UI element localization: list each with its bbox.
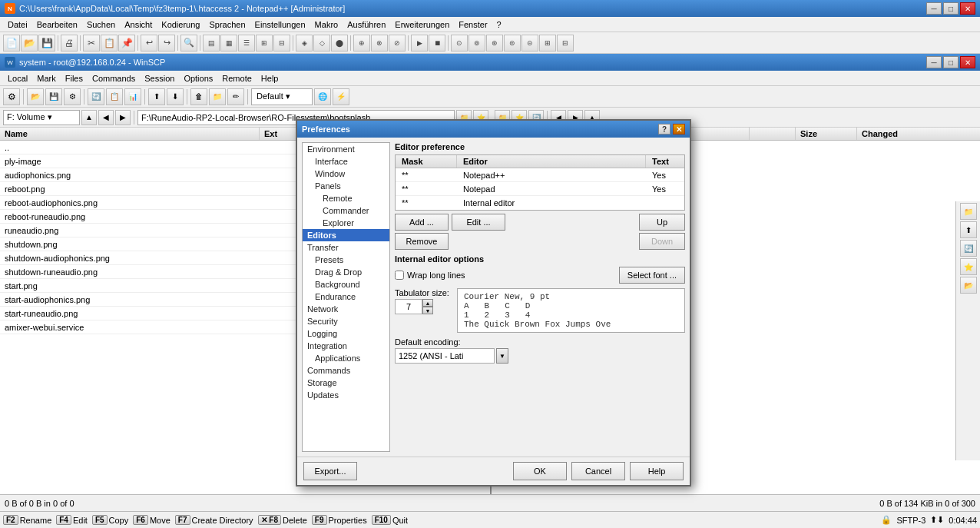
winscp-toolbar-btn5[interactable]: 📋	[106, 88, 123, 105]
remove-editor-btn[interactable]: Remove	[395, 233, 449, 250]
tab-down-btn[interactable]: ▼	[422, 307, 433, 314]
nav-item-window[interactable]: Window	[303, 168, 389, 180]
toolbar-extra7[interactable]: ◇	[313, 35, 330, 51]
winscp-toolbar-btn11[interactable]: ✏	[227, 88, 244, 105]
notepad-minimize-btn[interactable]: ─	[926, 2, 942, 15]
nav-item-updates[interactable]: Updates	[303, 389, 389, 401]
notepad-menu-bearbeiten[interactable]: Bearbeiten	[32, 18, 82, 31]
toolbar-extra15[interactable]: ⊚	[468, 35, 485, 51]
nav-item-transfer[interactable]: Transfer	[303, 241, 389, 254]
winscp-toolbar-prefs[interactable]: ⚙	[3, 88, 20, 105]
editor-row-3[interactable]: ** Internal editor	[396, 196, 684, 210]
notepad-menu-einstellungen[interactable]: Einstellungen	[250, 18, 310, 31]
nav-item-logging[interactable]: Logging	[303, 327, 389, 340]
nav-item-network[interactable]: Network	[303, 303, 389, 315]
nav-item-panels[interactable]: Panels	[303, 180, 389, 192]
nav-back-btn[interactable]: ◀	[98, 110, 114, 125]
toolbar-save-btn[interactable]: 💾	[38, 35, 55, 51]
toolbar-extra12[interactable]: ▶	[411, 35, 428, 51]
col-name[interactable]: Name	[0, 128, 260, 140]
right-col-changed[interactable]: Changed	[857, 128, 980, 140]
toolbar-extra9[interactable]: ⊕	[353, 35, 370, 51]
tab-size-input[interactable]	[395, 299, 422, 314]
toolbar-extra17[interactable]: ⊜	[504, 35, 521, 51]
footer-key-f7[interactable]: F7 Create Directory	[175, 515, 253, 525]
nav-forward-btn[interactable]: ▶	[115, 110, 131, 125]
footer-key-f10[interactable]: F10 Quit	[372, 515, 408, 525]
winscp-menu-session[interactable]: Session	[140, 72, 179, 85]
nav-item-environment[interactable]: Environment	[303, 143, 389, 155]
toolbar-extra16[interactable]: ⊛	[486, 35, 503, 51]
toolbar-extra11[interactable]: ⊘	[389, 35, 406, 51]
winscp-minimize-btn[interactable]: ─	[926, 56, 942, 68]
toolbar-undo-btn[interactable]: ↩	[141, 35, 157, 51]
tab-up-btn[interactable]: ▲	[422, 299, 433, 307]
nav-item-background[interactable]: Background	[303, 278, 389, 291]
nav-item-presets[interactable]: Presets	[303, 254, 389, 266]
toolbar-extra4[interactable]: ⊞	[256, 35, 273, 51]
footer-key-f5[interactable]: F5 Copy	[92, 515, 128, 525]
toolbar-extra3[interactable]: ☰	[238, 35, 255, 51]
nav-item-applications[interactable]: Applications	[303, 352, 389, 364]
footer-key-f4[interactable]: F4 Edit	[56, 515, 88, 525]
wrap-checkbox[interactable]	[395, 271, 404, 280]
toolbar-extra10[interactable]: ⊗	[371, 35, 388, 51]
toolbar-extra1[interactable]: ▤	[203, 35, 220, 51]
dialog-close-btn[interactable]: ✕	[673, 124, 685, 134]
nav-item-interface[interactable]: Interface	[303, 155, 389, 168]
toolbar-extra18[interactable]: ⊝	[521, 35, 538, 51]
notepad-menu-help[interactable]: ?	[492, 18, 506, 31]
notepad-menu-makro[interactable]: Makro	[310, 18, 343, 31]
edit-editor-btn[interactable]: Edit ...	[452, 214, 505, 231]
rp-btn1[interactable]: 📁	[960, 203, 977, 220]
toolbar-cut-btn[interactable]: ✂	[83, 35, 100, 51]
toolbar-extra14[interactable]: ⊙	[451, 35, 468, 51]
rp-btn5[interactable]: 📂	[960, 277, 977, 294]
footer-key-f6[interactable]: F6 Move	[133, 515, 171, 525]
toolbar-open-btn[interactable]: 📂	[21, 35, 38, 51]
winscp-menu-mark[interactable]: Mark	[32, 72, 60, 85]
winscp-maximize-btn[interactable]: □	[943, 56, 958, 68]
rp-btn3[interactable]: 🔄	[960, 240, 977, 257]
toolbar-new-btn[interactable]: 📄	[3, 35, 20, 51]
notepad-menu-datei[interactable]: Datei	[3, 18, 32, 31]
drive-selector[interactable]: F: Volume ▾	[3, 110, 80, 125]
toolbar-extra2[interactable]: ▦	[220, 35, 237, 51]
winscp-toolbar-btn7[interactable]: ⬆	[148, 88, 165, 105]
winscp-menu-local[interactable]: Local	[3, 72, 32, 85]
nav-item-endurance[interactable]: Endurance	[303, 291, 389, 303]
winscp-menu-commands[interactable]: Commands	[88, 72, 140, 85]
up-btn[interactable]: Up	[639, 214, 685, 231]
winscp-toolbar-btn8[interactable]: ⬇	[167, 88, 184, 105]
winscp-toolbar-btn1[interactable]: 📂	[27, 88, 44, 105]
winscp-toolbar-btn10[interactable]: 📁	[209, 88, 226, 105]
winscp-menu-help[interactable]: Help	[257, 72, 283, 85]
winscp-close-btn[interactable]: ✕	[960, 56, 975, 68]
winscp-toolbar-btn13[interactable]: ⚡	[333, 88, 349, 105]
notepad-menu-erweiterungen[interactable]: Erweiterungen	[390, 18, 454, 31]
toolbar-copy-btn[interactable]: 📋	[101, 35, 118, 51]
winscp-menu-remote[interactable]: Remote	[217, 72, 257, 85]
editor-row-1[interactable]: ** Notepad++ Yes	[396, 168, 684, 182]
footer-key-f9[interactable]: F9 Properties	[312, 515, 367, 525]
ok-btn[interactable]: OK	[513, 462, 567, 480]
nav-item-dragdrop[interactable]: Drag & Drop	[303, 266, 389, 278]
encoding-input[interactable]	[395, 348, 495, 364]
footer-key-f8[interactable]: ✕ F8 Delete	[258, 515, 307, 525]
winscp-toolbar-btn3[interactable]: ⚙	[64, 88, 81, 105]
editor-row-2[interactable]: ** Notepad Yes	[396, 182, 684, 196]
notepad-maximize-btn[interactable]: □	[943, 2, 958, 15]
export-btn[interactable]: Export...	[303, 462, 357, 480]
winscp-toolbar-btn6[interactable]: 📊	[124, 88, 141, 105]
nav-item-storage[interactable]: Storage	[303, 377, 389, 389]
nav-item-security[interactable]: Security	[303, 315, 389, 327]
notepad-menu-ausfuehren[interactable]: Ausführen	[343, 18, 390, 31]
right-col-ext[interactable]	[750, 128, 796, 140]
dialog-help-icon[interactable]: ?	[658, 124, 670, 134]
encoding-dropdown-btn[interactable]: ▼	[496, 348, 508, 364]
footer-key-f2[interactable]: F2 Rename	[3, 515, 51, 525]
notepad-menu-suchen[interactable]: Suchen	[82, 18, 120, 31]
rp-btn2[interactable]: ⬆	[960, 221, 977, 238]
nav-item-commander[interactable]: Commander	[303, 204, 389, 217]
toolbar-find-btn[interactable]: 🔍	[180, 35, 197, 51]
